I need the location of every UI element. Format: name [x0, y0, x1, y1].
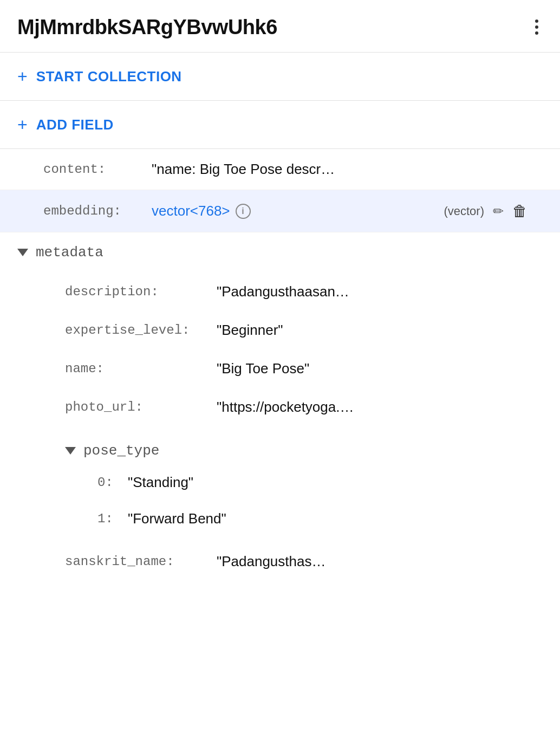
pose-type-value-1: "Forward Bend" [128, 510, 226, 527]
embedding-delete-button[interactable]: 🗑 [512, 202, 528, 220]
pose-type-key: pose_type [83, 443, 159, 459]
pose-type-index-1: 1: [97, 511, 119, 526]
start-collection-plus-icon: + [17, 68, 28, 85]
embedding-field-row: embedding: vector<768> i (vector) ✏ 🗑 [0, 190, 560, 232]
expertise-level-field-key: expertise_level: [65, 323, 217, 338]
content-field-value: "name: Big Toe Pose descr… [152, 161, 335, 178]
page-title: MjMmrdbkSARgYBvwUhk6 [17, 16, 277, 39]
name-field-row: name: "Big Toe Pose" [0, 349, 560, 388]
content-field-row: content: "name: Big Toe Pose descr… [0, 149, 560, 190]
add-field-row[interactable]: + ADD FIELD [0, 101, 560, 149]
sanskrit-name-field-value: "Padangusthas… [217, 553, 325, 570]
pose-type-items: 0: "Standing" 1: "Forward Bend" [65, 464, 517, 537]
sanskrit-name-field-row: sanskrit_name: "Padangusthas… [0, 542, 560, 581]
photo-url-field-key: photo_url: [65, 400, 217, 414]
pose-type-header[interactable]: pose_type [65, 437, 517, 464]
embedding-field-key: embedding: [43, 204, 152, 218]
metadata-section-header[interactable]: metadata [0, 232, 560, 273]
header: MjMmrdbkSARgYBvwUhk6 [0, 0, 560, 53]
pose-type-chevron-icon [65, 447, 76, 455]
dot-3 [535, 31, 538, 35]
dot-2 [535, 25, 538, 29]
description-field-value: "Padangusthaasan… [217, 283, 349, 300]
add-field-button[interactable]: ADD FIELD [36, 116, 114, 133]
metadata-section-key: metadata [36, 244, 103, 261]
sanskrit-name-field-key: sanskrit_name: [65, 554, 217, 569]
pose-type-item-1: 1: "Forward Bend" [97, 501, 517, 537]
photo-url-field-value: "https://pocketyoga.… [217, 399, 354, 416]
add-field-plus-icon: + [17, 116, 28, 133]
pose-type-value-0: "Standing" [128, 474, 193, 491]
pose-type-item-0: 0: "Standing" [97, 464, 517, 501]
start-collection-row[interactable]: + START COLLECTION [0, 53, 560, 101]
pose-type-index-0: 0: [97, 475, 119, 490]
name-field-key: name: [65, 361, 217, 376]
expertise-level-field-value: "Beginner" [217, 322, 283, 339]
metadata-chevron-icon [17, 249, 28, 256]
description-field-row: description: "Padangusthaasan… [0, 273, 560, 311]
dot-1 [535, 20, 538, 23]
embedding-info-icon[interactable]: i [236, 204, 251, 219]
pose-type-section: pose_type 0: "Standing" 1: "Forward Bend… [0, 426, 560, 542]
name-field-value: "Big Toe Pose" [217, 360, 309, 377]
fields-section: content: "name: Big Toe Pose descr… embe… [0, 149, 560, 581]
embedding-edit-button[interactable]: ✏ [493, 204, 504, 219]
description-field-key: description: [65, 284, 217, 299]
embedding-type-label: (vector) [444, 204, 484, 218]
embedding-field-value: vector<768> [152, 203, 230, 219]
photo-url-field-row: photo_url: "https://pocketyoga.… [0, 388, 560, 426]
expertise-level-field-row: expertise_level: "Beginner" [0, 311, 560, 349]
content-field-key: content: [43, 162, 152, 177]
more-options-button[interactable] [531, 15, 543, 39]
start-collection-button[interactable]: START COLLECTION [36, 68, 182, 85]
